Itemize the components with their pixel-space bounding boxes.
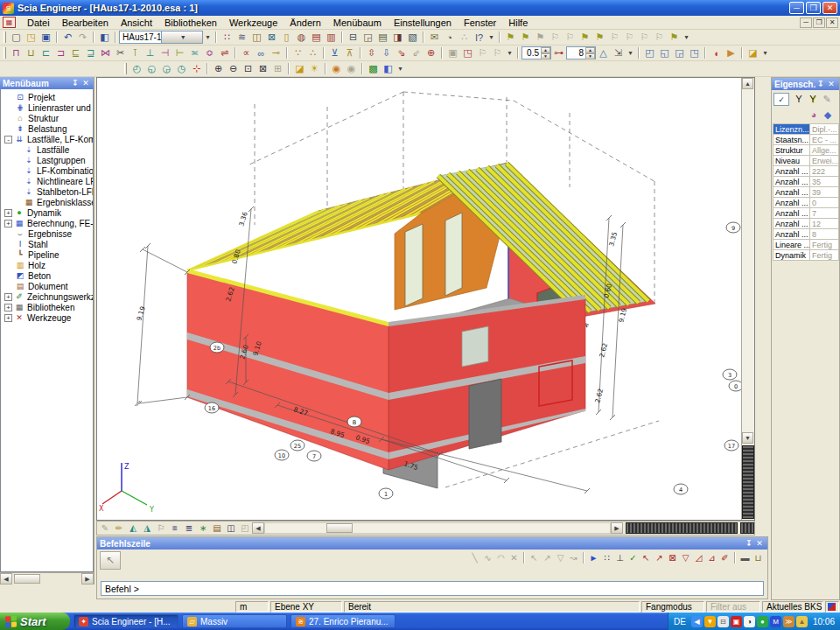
- tree-expand-icon[interactable]: +: [4, 304, 12, 312]
- plane-cell[interactable]: Ebene XY: [270, 601, 342, 612]
- window-small2-icon[interactable]: ◰: [238, 522, 252, 535]
- new-folder-icon[interactable]: ◪: [746, 46, 760, 60]
- menu-einstellungen[interactable]: Einstellungen: [388, 17, 458, 29]
- connect-2-icon[interactable]: ∞: [254, 46, 269, 60]
- view-rotate-bar-horizontal[interactable]: [626, 522, 738, 534]
- load-3-icon[interactable]: ⇘: [394, 46, 409, 60]
- tree-item-bibliotheken[interactable]: +▦Bibliotheken: [1, 302, 93, 312]
- property-row[interactable]: Anzahl ...0: [774, 198, 839, 208]
- snap-box-icon[interactable]: ⊠: [666, 551, 679, 564]
- merge-icon[interactable]: ≎: [202, 46, 217, 60]
- flag-7-icon[interactable]: ⚑: [592, 31, 607, 45]
- language-indicator[interactable]: DE: [674, 617, 686, 626]
- node-left-icon[interactable]: ⊣: [158, 46, 172, 60]
- save-model-icon[interactable]: ▣: [445, 46, 460, 60]
- tree-item-zeichnungswerkze[interactable]: +✐Zeichnungswerkze: [1, 291, 93, 302]
- property-row[interactable]: Staatsn...EC - ...: [774, 135, 839, 145]
- table-chart-icon[interactable]: ▤: [309, 31, 324, 45]
- pin-icon[interactable]: ↧: [744, 539, 754, 548]
- tree-expand-icon[interactable]: +: [4, 209, 12, 217]
- dart-icon[interactable]: ▶: [724, 46, 738, 60]
- camera-icon[interactable]: ◉: [329, 62, 344, 76]
- perspective-icon[interactable]: ✎: [98, 522, 112, 535]
- tree-item-nichtlineare-lf[interactable]: ⇣Nichtlineare LF: [1, 176, 93, 186]
- view-drop-icon[interactable]: ▾: [396, 62, 405, 76]
- actions-icon[interactable]: ◆: [822, 108, 834, 121]
- snap-arc-icon[interactable]: ◠: [494, 551, 508, 564]
- snap-end-icon[interactable]: ↗: [541, 551, 554, 564]
- viewport-vscrollbar[interactable]: ▲ ▼: [741, 78, 754, 520]
- paste-window2-icon[interactable]: ◳: [687, 46, 702, 60]
- load-5-icon[interactable]: ⊕: [424, 46, 438, 60]
- flag-1-icon[interactable]: ⚑: [503, 31, 518, 45]
- flag-10-icon[interactable]: ⚐: [637, 31, 652, 45]
- flag-12-icon[interactable]: ⚑: [667, 31, 682, 45]
- document-add-icon[interactable]: ◨: [390, 31, 405, 45]
- zoom-window-icon[interactable]: ⊡: [241, 62, 256, 76]
- folder-drop-icon[interactable]: ▾: [760, 46, 770, 60]
- member-3-icon[interactable]: ⊏: [38, 46, 53, 60]
- snap-point-icon[interactable]: ↖: [640, 551, 653, 564]
- menubaum-hscrollbar[interactable]: ◀ ▶: [0, 572, 94, 584]
- plane-view-icon[interactable]: ◮: [140, 522, 154, 535]
- view-rotate-bar-corner[interactable]: [740, 522, 754, 534]
- node-top-icon[interactable]: ⊺: [128, 46, 143, 60]
- combobox-drop-icon[interactable]: ▼: [161, 32, 203, 43]
- align-icon[interactable]: ≍: [187, 46, 202, 60]
- menu-fenster[interactable]: Fenster: [458, 17, 502, 29]
- menu-bearbeiten[interactable]: Bearbeiten: [56, 17, 115, 29]
- snap-perp-icon[interactable]: ◿: [692, 551, 705, 564]
- new-icon[interactable]: ▢: [9, 31, 24, 45]
- menu-datei[interactable]: Datei: [21, 17, 56, 29]
- redo-icon[interactable]: ↷: [75, 31, 90, 45]
- filter-flash-icon[interactable]: Y: [807, 93, 819, 105]
- member-cut-icon[interactable]: ✂: [113, 46, 128, 60]
- view-axo-icon[interactable]: ◷: [174, 62, 189, 76]
- member-1-icon[interactable]: ⊓: [9, 46, 24, 60]
- selection-cursor-button[interactable]: ↖: [100, 551, 121, 570]
- view-yz-icon[interactable]: ◶: [159, 62, 174, 76]
- toolbar-grip[interactable]: [4, 47, 6, 59]
- drawing-viewport[interactable]: 3.360.802.629.192.609.103.350.609.192.62…: [96, 77, 755, 521]
- open-model-icon[interactable]: ◳: [460, 46, 475, 60]
- snap-mid-icon[interactable]: ▽: [554, 551, 567, 564]
- axo-view-icon[interactable]: ◭: [126, 522, 140, 535]
- taskbar-clock[interactable]: 10:06: [813, 617, 835, 626]
- menu-werkzeuge[interactable]: Werkzeuge: [223, 17, 284, 29]
- snap-off-icon[interactable]: ✕: [508, 551, 521, 564]
- zoom-out-icon[interactable]: ⊖: [226, 62, 241, 76]
- bks-icon[interactable]: [825, 601, 839, 612]
- property-row[interactable]: NiveauErwei...: [774, 156, 839, 166]
- pin-icon[interactable]: ↧: [70, 79, 80, 88]
- copy-window2-icon[interactable]: ◱: [657, 46, 672, 60]
- menu-ansicht[interactable]: Ansicht: [115, 17, 158, 29]
- tray-messenger-icon[interactable]: M: [770, 616, 781, 627]
- spin-down-icon[interactable]: ▼: [585, 53, 595, 60]
- tree-item-holz[interactable]: ▥Holz: [1, 260, 93, 270]
- layers-icon[interactable]: ≋: [234, 31, 249, 45]
- zoom-selection-icon[interactable]: ⊞: [270, 62, 285, 76]
- text-abs-icon[interactable]: ≣: [182, 522, 196, 535]
- book-icon[interactable]: ▤: [210, 522, 224, 535]
- tree-item-ergebnisse[interactable]: ⌣Ergebnisse: [1, 228, 93, 239]
- tree-expand-icon[interactable]: +: [4, 314, 12, 322]
- render-icon[interactable]: ◖: [709, 46, 724, 60]
- tree-item-projekt[interactable]: ⊡Projekt: [1, 92, 93, 102]
- bks-cell[interactable]: Aktuelles BKS: [762, 601, 823, 612]
- color-view-icon[interactable]: ▩: [366, 62, 381, 76]
- close-panel-icon[interactable]: ✕: [754, 539, 765, 548]
- tree-item-dynamik[interactable]: +●Dynamik: [1, 207, 93, 218]
- undo-icon[interactable]: ↶: [60, 31, 75, 45]
- ortho-icon[interactable]: ⊥: [613, 551, 626, 564]
- camera2-icon[interactable]: ◉: [344, 62, 359, 76]
- property-row[interactable]: DynamikFertig: [774, 250, 839, 261]
- tree-item-ergebnisklasse[interactable]: ▦Ergebnisklasse: [1, 197, 93, 207]
- star-icon[interactable]: ∗: [196, 522, 210, 535]
- member-5-icon[interactable]: ⊑: [68, 46, 83, 60]
- dots-icon[interactable]: ∴: [457, 31, 472, 45]
- viewport-hscrollbar[interactable]: [264, 522, 611, 534]
- minimize-button[interactable]: ─: [789, 2, 804, 14]
- tray-chevron-icon[interactable]: ◀: [691, 616, 703, 627]
- property-row[interactable]: Anzahl ...222: [774, 166, 839, 177]
- maximize-button[interactable]: ❒: [806, 2, 821, 14]
